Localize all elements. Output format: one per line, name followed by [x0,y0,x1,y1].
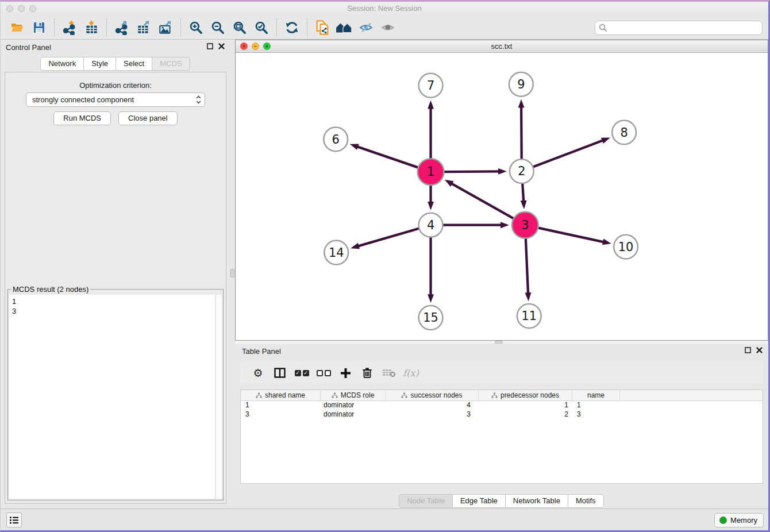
table-row[interactable]: 1 dominator 4 1 1 [241,401,763,410]
list-icon [9,516,19,525]
search-input[interactable] [595,21,763,35]
maximize-view-icon[interactable]: + [263,43,271,50]
show-graphics-button[interactable] [377,18,399,37]
window-controls[interactable] [6,5,36,12]
export-table-button[interactable] [133,18,155,37]
table-tabs: Node Table Edge Table Network Table Moti… [235,494,768,508]
graph-edge-arrowhead [351,243,360,249]
graph-edge-arrowhead [500,222,509,228]
node-table: shared name MCDS role successor nodes pr… [240,390,763,484]
import-table-button[interactable] [80,18,102,37]
home-view-button[interactable] [333,18,355,37]
zoom-fit-button[interactable] [229,18,251,37]
tab-mcds[interactable]: MCDS [152,57,190,71]
close-panel-button[interactable]: Close panel [118,111,178,125]
close-window-icon[interactable] [6,5,13,12]
columns-icon [274,368,286,378]
table-settings-button[interactable]: ⚙ [248,364,268,381]
column-header-shared-name[interactable]: shared name [241,390,321,400]
save-session-button[interactable] [28,18,50,37]
close-panel-icon[interactable] [756,347,763,353]
save-icon [32,21,46,34]
result-scrollbar[interactable] [215,295,222,499]
add-column-button[interactable] [336,364,355,381]
tab-select[interactable]: Select [116,57,152,71]
toolbar-separator [180,18,181,37]
zoom-in-icon [188,20,203,35]
zoom-window-icon[interactable] [29,5,36,12]
minimize-window-icon[interactable] [18,5,25,12]
table-panel: Table Panel ⚙ ✓✓ [235,344,768,508]
show-columns-button[interactable] [270,364,290,381]
table-row[interactable]: 3 dominator 3 2 3 [241,410,763,419]
graph-edge-arrowhead [350,144,359,149]
column-header-predecessor-nodes[interactable]: predecessor nodes [479,390,572,400]
hide-annotations-button[interactable] [355,18,377,37]
refresh-layout-button[interactable] [281,18,303,37]
delete-table-icon [382,368,396,378]
mcds-panel: Optimization criterion: strongly connect… [5,72,226,504]
graph-node-label-7: 7 [427,79,434,92]
zoom-out-button[interactable] [207,18,229,37]
splitter-handle[interactable] [230,269,234,277]
mcds-result-title: MCDS result (2 nodes) [11,285,90,294]
control-panel-title: Control Panel [6,43,51,52]
open-session-button[interactable] [6,18,28,37]
memory-button[interactable]: Memory [714,513,764,527]
network-canvas[interactable]: 7968124314101511 [236,53,768,340]
zoom-selected-icon [254,20,269,35]
float-panel-icon[interactable] [207,43,213,49]
task-history-button[interactable] [6,512,22,527]
select-all-rows-button[interactable]: ✓✓ [292,364,311,381]
graph-node-label-4: 4 [427,218,434,232]
tab-style[interactable]: Style [83,57,116,71]
toolbar-separator [276,18,277,37]
graph-edge-arrowhead [518,99,525,108]
delete-column-button[interactable] [357,364,377,381]
attribute-icon [332,392,338,399]
export-table-icon [136,20,151,35]
graph-edge-2-8[interactable] [522,140,604,171]
copy-network-style-icon [314,20,330,36]
column-header-successor-nodes[interactable]: successor nodes [386,390,479,400]
network-graph: 7968124314101511 [236,53,768,340]
deselect-all-rows-button[interactable] [314,364,333,381]
minimize-view-icon[interactable]: − [252,43,259,50]
optimization-criterion-select[interactable]: strongly connected component [26,92,205,107]
close-panel-icon[interactable] [218,43,225,49]
copy-style-button[interactable] [311,18,333,37]
checked-boxes-icon: ✓✓ [295,370,309,376]
control-panel: Control Panel Network Style Select MCDS … [1,40,230,508]
attribute-icon [256,392,262,399]
toolbar-separator [307,18,307,37]
import-network-icon [62,20,77,35]
mcds-result-value: 1 [12,296,212,306]
column-header-mcds-role[interactable]: MCDS role [321,390,386,400]
tab-node-table[interactable]: Node Table [399,494,453,508]
table-toolbar: ⚙ ✓✓ [240,362,763,384]
tab-network[interactable]: Network [40,57,84,71]
zoom-selected-button[interactable] [251,18,272,37]
tab-network-table[interactable]: Network Table [505,494,568,508]
graph-node-label-14: 14 [329,246,344,260]
vertical-splitter[interactable] [230,40,235,508]
graph-edge-arrowhead [521,201,527,209]
optimization-criterion-value: strongly connected component [32,95,134,104]
refresh-icon [284,20,299,35]
import-network-button[interactable] [59,18,80,37]
export-network-button[interactable] [111,18,133,37]
tab-motifs[interactable]: Motifs [568,494,604,508]
float-panel-icon[interactable] [745,347,751,353]
graph-edge-arrowhead [498,168,507,175]
close-view-icon[interactable]: × [240,43,248,50]
eye-icon [380,21,396,34]
zoom-fit-icon [232,20,247,35]
graph-node-label-8: 8 [620,126,627,140]
export-image-button[interactable] [155,18,176,37]
mcds-result-value: 3 [12,306,212,316]
column-header-name[interactable]: name [572,390,620,400]
graph-edge-arrowhead [428,294,434,303]
tab-edge-table[interactable]: Edge Table [452,494,506,508]
run-mcds-button[interactable]: Run MCDS [53,111,111,125]
zoom-in-button[interactable] [185,18,207,37]
